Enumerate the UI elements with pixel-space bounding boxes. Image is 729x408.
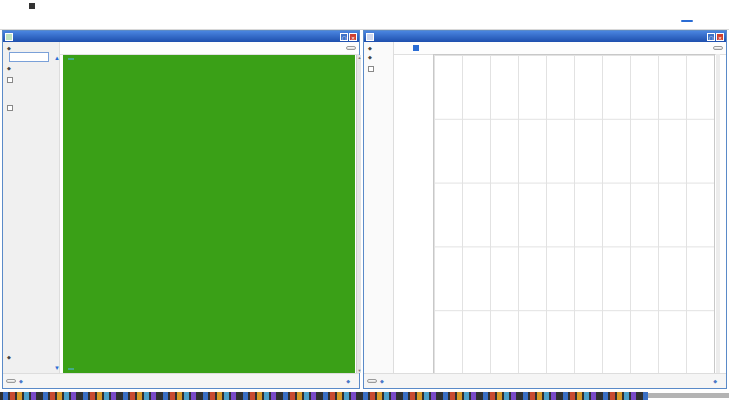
y-axis: [394, 54, 430, 373]
app-icon: [29, 3, 35, 9]
spectrum-footer: ◆ ◆: [364, 373, 726, 388]
maximize-button[interactable]: ▢: [340, 33, 348, 41]
close-icon[interactable]: ✕: [716, 33, 724, 41]
vbw-checkbox-row: [368, 66, 393, 72]
bullet-icon: ◆: [368, 45, 372, 51]
time-div-label: ◆: [7, 45, 59, 51]
spectrogram-plot[interactable]: [63, 55, 355, 373]
signal-analyzer-app: ▢ ✕ ◆ ◆: [0, 0, 729, 408]
spectrum-settings-sidebar: ◆ ◆: [364, 42, 394, 373]
threed-checkbox[interactable]: [7, 105, 13, 111]
oldest-frame-timestamp: [68, 368, 74, 370]
scroll-up-icon[interactable]: ▲: [357, 55, 362, 60]
close-icon[interactable]: ✕: [349, 33, 357, 41]
time-div-input[interactable]: [9, 52, 49, 62]
spectrum-panel-icon: [366, 33, 374, 41]
threed-checkbox-row: [7, 105, 59, 111]
spectrogram-scrollbar[interactable]: ▲ ▼: [356, 55, 361, 373]
vbw-checkbox-row: [7, 77, 59, 83]
spectrogram-titlebar[interactable]: ▢ ✕: [3, 31, 359, 42]
rbw-label: ◆: [7, 65, 59, 71]
maximize-button[interactable]: ▢: [707, 33, 715, 41]
bullet-icon: ◆: [7, 354, 11, 360]
vbw-checkbox[interactable]: [368, 66, 374, 72]
bullet-icon: ◆: [368, 54, 372, 60]
time-scroll-up-icon[interactable]: ▲: [54, 55, 60, 61]
spectrum-trace-svg: [434, 55, 714, 374]
bullet-icon: ◆: [7, 65, 11, 71]
pause-button[interactable]: [681, 20, 693, 22]
topbar-controls: [681, 14, 725, 27]
span-marker-icon: ◆: [713, 378, 717, 384]
cf-marker-icon: ◆: [380, 378, 384, 384]
spectrogram-footer: ◆ ◆: [3, 373, 359, 388]
span-marker-icon: ◆: [346, 378, 350, 384]
spectrogram-panel-icon: [5, 33, 13, 41]
spectrum-scrollbar[interactable]: [716, 54, 720, 373]
taskbar-strip-right: [648, 393, 729, 398]
spectrogram-canvas: [63, 55, 363, 205]
spectrum-panel: ▢ ✕ ◆ ◆: [363, 30, 727, 389]
autoscale-button[interactable]: [6, 379, 16, 383]
time-scroll-down-icon[interactable]: ▼: [54, 365, 60, 371]
dbdiv-label: ◆: [368, 45, 393, 51]
clear-button[interactable]: [713, 46, 723, 50]
clear-button[interactable]: [346, 46, 356, 50]
spectrogram-settings-sidebar: ◆ ◆ ◆: [3, 42, 60, 373]
spectrogram-panel: ▢ ✕ ◆ ◆: [2, 30, 360, 389]
spectrum-plot[interactable]: [433, 54, 715, 375]
newest-frame-timestamp: [68, 58, 74, 60]
taskbar-strip[interactable]: [0, 392, 648, 400]
pos-block: ◆: [3, 351, 12, 361]
show-checkbox[interactable]: [413, 45, 419, 51]
pos-label: ◆: [7, 354, 12, 360]
vbw-checkbox[interactable]: [7, 77, 13, 83]
autoscale-button[interactable]: [367, 379, 377, 383]
bullet-icon: ◆: [7, 45, 11, 51]
spectrogram-header: [60, 42, 359, 55]
cf-marker-icon: ◆: [19, 378, 23, 384]
spectrum-titlebar[interactable]: ▢ ✕: [364, 31, 726, 42]
rbw-label: ◆: [368, 54, 393, 60]
